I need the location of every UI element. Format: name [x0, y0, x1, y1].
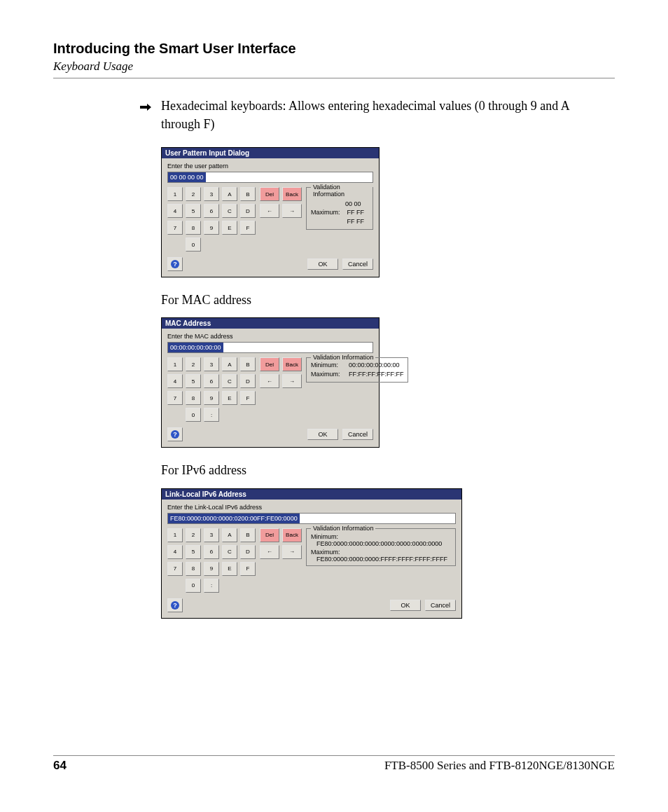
- key-3[interactable]: 3: [204, 187, 219, 201]
- left-arrow-button[interactable]: ←: [260, 204, 279, 218]
- cancel-button[interactable]: Cancel: [342, 429, 373, 440]
- bullet-glyph-icon: [140, 97, 153, 133]
- del-button[interactable]: Del: [260, 357, 279, 371]
- page-footer: 64 FTB-8500 Series and FTB-8120NGE/8130N…: [53, 750, 615, 773]
- footer-divider: [53, 755, 615, 756]
- key-7[interactable]: 7: [167, 221, 183, 235]
- ok-button[interactable]: OK: [307, 429, 338, 440]
- cancel-button[interactable]: Cancel: [342, 259, 373, 270]
- dialog-titlebar: User Pattern Input Dialog: [162, 148, 379, 158]
- input-value: 00 00 00 00: [168, 172, 206, 182]
- key-8[interactable]: 8: [186, 562, 201, 576]
- key-6[interactable]: 6: [204, 374, 219, 388]
- key-d[interactable]: D: [240, 545, 256, 559]
- key-b[interactable]: B: [240, 357, 256, 371]
- key-1[interactable]: 1: [167, 528, 183, 542]
- validation-box: Validation Information Minimum:00 00 00 …: [306, 187, 373, 229]
- ipv6-address-dialog: Link-Local IPv6 Address Enter the Link-L…: [161, 488, 462, 619]
- key-8[interactable]: 8: [186, 391, 201, 405]
- ipv6-input[interactable]: FE80:0000:0000:0000:0200:00FF:FE00:0000: [167, 513, 456, 524]
- help-icon: ?: [171, 601, 179, 610]
- key-0[interactable]: 0: [186, 579, 201, 593]
- max-label: Maximum:: [311, 208, 340, 226]
- key-a[interactable]: A: [222, 528, 237, 542]
- key-e[interactable]: E: [222, 391, 237, 405]
- max-value: FF FF FF FF: [347, 208, 368, 226]
- key-2[interactable]: 2: [186, 528, 201, 542]
- key-5[interactable]: 5: [186, 545, 201, 559]
- user-pattern-dialog: User Pattern Input Dialog Enter the user…: [161, 147, 380, 277]
- dialog-titlebar: Link-Local IPv6 Address: [162, 489, 461, 500]
- back-button[interactable]: Back: [282, 187, 302, 201]
- cancel-button[interactable]: Cancel: [425, 600, 456, 611]
- back-button[interactable]: Back: [282, 357, 302, 371]
- key-6[interactable]: 6: [204, 545, 219, 559]
- key-a[interactable]: A: [222, 187, 237, 201]
- key-5[interactable]: 5: [186, 204, 201, 218]
- key-7[interactable]: 7: [167, 391, 183, 405]
- key-3[interactable]: 3: [204, 528, 219, 542]
- key-9[interactable]: 9: [204, 221, 219, 235]
- key-8[interactable]: 8: [186, 221, 201, 235]
- page-title: Introducing the Smart User Interface: [53, 41, 615, 57]
- validation-box: Validation Information Minimum:00:00:00:…: [306, 357, 408, 382]
- key-4[interactable]: 4: [167, 545, 183, 559]
- key-1[interactable]: 1: [167, 187, 183, 201]
- ok-button[interactable]: OK: [390, 600, 421, 611]
- min-value: FE80:0000:0000:0000:0000:0000:0000:0000: [316, 540, 451, 547]
- key-colon[interactable]: :: [204, 408, 219, 422]
- key-9[interactable]: 9: [204, 562, 219, 576]
- key-d[interactable]: D: [240, 374, 256, 388]
- page-number: 64: [53, 759, 67, 773]
- key-3[interactable]: 3: [204, 357, 219, 371]
- key-2[interactable]: 2: [186, 357, 201, 371]
- key-e[interactable]: E: [222, 221, 237, 235]
- key-2[interactable]: 2: [186, 187, 201, 201]
- right-arrow-button[interactable]: →: [282, 374, 302, 388]
- validation-title: Validation Information: [311, 525, 375, 532]
- del-button[interactable]: Del: [260, 528, 279, 542]
- help-button[interactable]: ?: [167, 257, 183, 271]
- caption-ipv6: For IPv6 address: [161, 462, 608, 479]
- key-f[interactable]: F: [240, 562, 256, 576]
- help-button[interactable]: ?: [167, 598, 183, 612]
- key-colon[interactable]: :: [204, 579, 219, 593]
- key-6[interactable]: 6: [204, 204, 219, 218]
- page-subtitle: Keyboard Usage: [53, 60, 615, 74]
- input-value: FE80:0000:0000:0000:0200:00FF:FE00:0000: [168, 514, 300, 523]
- key-4[interactable]: 4: [167, 374, 183, 388]
- key-9[interactable]: 9: [204, 391, 219, 405]
- key-0[interactable]: 0: [186, 408, 201, 422]
- left-arrow-button[interactable]: ←: [260, 374, 279, 388]
- right-arrow-button[interactable]: →: [282, 545, 302, 559]
- key-1[interactable]: 1: [167, 357, 183, 371]
- key-4[interactable]: 4: [167, 204, 183, 218]
- left-arrow-button[interactable]: ←: [260, 545, 279, 559]
- key-c[interactable]: C: [222, 545, 237, 559]
- mac-address-dialog: MAC Address Enter the MAC address 00:00:…: [161, 317, 380, 448]
- key-d[interactable]: D: [240, 204, 256, 218]
- key-e[interactable]: E: [222, 562, 237, 576]
- key-b[interactable]: B: [240, 187, 256, 201]
- input-value: 00:00:00:00:00:00: [168, 343, 223, 352]
- key-c[interactable]: C: [222, 374, 237, 388]
- key-a[interactable]: A: [222, 357, 237, 371]
- key-f[interactable]: F: [240, 391, 256, 405]
- help-icon: ?: [171, 260, 179, 268]
- key-f[interactable]: F: [240, 221, 256, 235]
- validation-title: Validation Information: [311, 184, 373, 198]
- ok-button[interactable]: OK: [307, 259, 338, 270]
- del-button[interactable]: Del: [260, 187, 279, 201]
- help-button[interactable]: ?: [167, 427, 183, 441]
- divider: [53, 78, 615, 78]
- key-c[interactable]: C: [222, 204, 237, 218]
- key-0[interactable]: 0: [186, 238, 201, 252]
- help-icon: ?: [171, 430, 179, 439]
- key-5[interactable]: 5: [186, 374, 201, 388]
- right-arrow-button[interactable]: →: [282, 204, 302, 218]
- key-b[interactable]: B: [240, 528, 256, 542]
- back-button[interactable]: Back: [282, 528, 302, 542]
- pattern-input[interactable]: 00 00 00 00: [167, 172, 373, 183]
- mac-input[interactable]: 00:00:00:00:00:00: [167, 342, 373, 353]
- key-7[interactable]: 7: [167, 562, 183, 576]
